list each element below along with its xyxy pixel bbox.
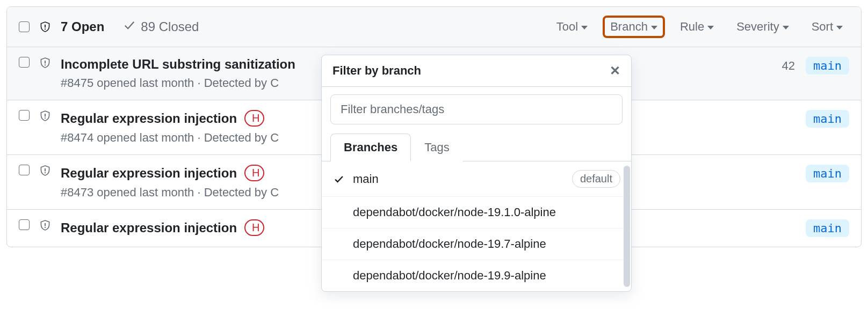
row-checkbox[interactable]	[19, 110, 30, 121]
branch-pill[interactable]: main	[806, 110, 849, 128]
severity-badge: H	[244, 165, 264, 181]
tab-branches[interactable]: Branches	[330, 134, 411, 161]
branch-pill[interactable]: main	[806, 165, 849, 182]
shield-alert-icon	[39, 165, 51, 176]
row-checkbox[interactable]	[19, 219, 30, 230]
alert-meta: #8474 opened last month · Detected by C	[61, 131, 308, 145]
branch-option[interactable]: dependabot/docker/node-19.9-alpine	[322, 260, 631, 291]
row-checkbox[interactable]	[19, 165, 30, 175]
tab-tags[interactable]: Tags	[411, 134, 462, 161]
branch-pill[interactable]: main	[806, 219, 849, 237]
shield-alert-icon	[39, 57, 51, 69]
branch-name: dependabot/docker/node-19.7-alpine	[353, 237, 620, 251]
alert-meta: #8475 opened last month · Detected by C	[61, 76, 308, 90]
branch-name: dependabot/docker/node-19.9-alpine	[353, 269, 620, 283]
closed-count-label: 89 Closed	[141, 19, 199, 34]
alert-title[interactable]: Regular expression injection	[61, 220, 237, 235]
shield-alert-icon	[39, 110, 51, 122]
dropdown-tabs: Branches Tags	[322, 133, 631, 161]
severity-badge: H	[244, 110, 264, 127]
open-count[interactable]: 7 Open	[61, 19, 104, 34]
shield-alert-icon	[39, 219, 51, 231]
chevron-down-icon	[581, 26, 588, 29]
close-icon[interactable]: ✕	[610, 64, 620, 77]
filter-sort[interactable]: Sort	[805, 17, 849, 37]
check-icon	[124, 19, 135, 34]
branch-name: main	[353, 172, 565, 186]
branch-pill[interactable]: main	[806, 57, 849, 75]
branch-name: dependabot/docker/node-19.1.0-alpine	[353, 205, 620, 219]
svg-point-9	[45, 227, 46, 228]
severity-badge: H	[244, 219, 264, 236]
svg-point-5	[45, 117, 46, 119]
branch-search-input[interactable]	[330, 94, 623, 124]
svg-point-7	[45, 172, 46, 173]
alert-meta: #8473 opened last month · Detected by C	[61, 186, 308, 200]
dropdown-title: Filter by branch	[332, 64, 421, 78]
branch-list: main default dependabot/docker/node-19.1…	[322, 161, 631, 291]
svg-point-3	[45, 64, 46, 65]
filter-rule[interactable]: Rule	[674, 17, 720, 37]
filter-tool[interactable]: Tool	[550, 17, 594, 37]
alert-title[interactable]: Regular expression injection	[61, 111, 237, 126]
select-all-checkbox[interactable]	[19, 21, 30, 32]
svg-point-1	[45, 28, 46, 29]
alert-title[interactable]: Incomplete URL substring sanitization	[61, 57, 295, 72]
branch-option[interactable]: main default	[322, 161, 631, 197]
row-checkbox[interactable]	[19, 57, 30, 68]
alerts-header: 7 Open 89 Closed Tool Branch Rule Severi…	[7, 7, 861, 47]
scrollbar[interactable]	[624, 166, 630, 287]
alert-extra: 42	[782, 59, 795, 73]
dropdown-header: Filter by branch ✕	[322, 55, 631, 87]
branch-option[interactable]: dependabot/docker/node-19.7-alpine	[322, 228, 631, 260]
chevron-down-icon	[836, 26, 843, 29]
filter-severity[interactable]: Severity	[730, 17, 795, 37]
check-icon	[332, 174, 345, 184]
shield-alert-icon	[39, 21, 51, 33]
filter-branch[interactable]: Branch	[604, 17, 664, 37]
branch-filter-dropdown: Filter by branch ✕ Branches Tags main de…	[321, 55, 632, 292]
chevron-down-icon	[707, 26, 714, 29]
branch-option[interactable]: dependabot/docker/node-19.1.0-alpine	[322, 197, 631, 228]
closed-count[interactable]: 89 Closed	[124, 19, 199, 34]
chevron-down-icon	[651, 26, 657, 29]
default-badge: default	[572, 170, 620, 188]
alert-title[interactable]: Regular expression injection	[61, 166, 237, 181]
chevron-down-icon	[783, 26, 789, 29]
